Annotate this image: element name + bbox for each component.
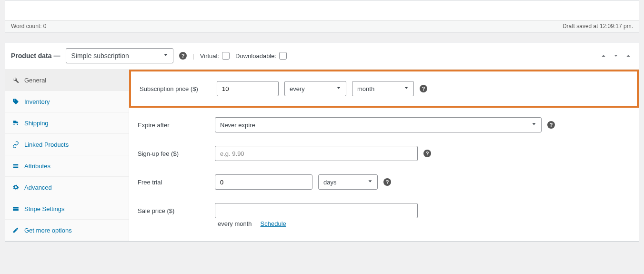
product-type-value: Simple subscription	[71, 52, 129, 60]
chevron-down-icon	[367, 178, 373, 186]
tag-icon	[12, 98, 20, 105]
help-icon[interactable]: ?	[547, 121, 555, 129]
subscription-price-row: Subscription price ($) every month ?	[138, 80, 630, 97]
draft-saved: Draft saved at 12:09:17 pm.	[562, 20, 634, 32]
signup-fee-row: Sign-up fee ($) ?	[129, 139, 639, 168]
signup-fee-label: Sign-up fee ($)	[138, 150, 209, 157]
link-icon	[12, 141, 20, 148]
help-icon[interactable]: ?	[423, 150, 431, 157]
list-icon	[12, 162, 20, 170]
panel-handle-controls	[599, 51, 633, 61]
tab-stripe-settings[interactable]: Stripe Settings	[5, 198, 129, 220]
product-data-panel: Product data — Simple subscription ? | V…	[5, 42, 639, 242]
tab-inventory[interactable]: Inventory	[5, 91, 129, 112]
gear-icon	[12, 183, 20, 191]
subscription-period-value: month	[357, 85, 374, 92]
tab-label: Inventory	[24, 98, 50, 105]
editor-status-bar: Word count: 0 Draft saved at 12:09:17 pm…	[5, 20, 639, 32]
sale-price-period: every month	[218, 220, 252, 227]
expire-after-value: Never expire	[220, 122, 255, 129]
product-data-header: Product data — Simple subscription ? | V…	[5, 42, 639, 69]
free-trial-label: Free trial	[138, 179, 209, 186]
toggle-panel-icon[interactable]	[624, 51, 633, 61]
downloadable-label: Downloadable:	[235, 52, 276, 60]
downloadable-checkbox[interactable]	[279, 52, 287, 60]
subscription-price-input[interactable]	[217, 81, 279, 96]
separator: |	[192, 52, 194, 60]
chevron-down-icon	[531, 121, 537, 129]
sale-price-label: Sale price ($)	[138, 207, 209, 214]
free-trial-unit-select[interactable]: days	[318, 174, 378, 190]
tab-attributes[interactable]: Attributes	[5, 155, 129, 177]
card-icon	[12, 205, 20, 213]
edit-icon	[12, 226, 20, 234]
sale-price-input[interactable]	[215, 203, 418, 218]
help-icon[interactable]: ?	[420, 85, 427, 92]
wrench-icon	[12, 76, 20, 84]
tab-label: Shipping	[24, 120, 49, 127]
tab-shipping[interactable]: Shipping	[5, 112, 129, 134]
tab-label: Stripe Settings	[24, 205, 65, 213]
subscription-price-label: Subscription price ($)	[140, 85, 211, 92]
tab-label: Get more options	[24, 227, 72, 234]
downloadable-option[interactable]: Downloadable:	[235, 52, 287, 60]
tab-label: Linked Products	[24, 141, 69, 148]
expire-after-label: Expire after	[138, 122, 209, 129]
subscription-period-select[interactable]: month	[352, 81, 414, 96]
schedule-link[interactable]: Schedule	[261, 220, 286, 227]
chevron-down-icon	[162, 52, 169, 60]
virtual-checkbox[interactable]	[222, 52, 230, 60]
free-trial-input[interactable]	[215, 174, 312, 190]
truck-icon	[12, 119, 20, 127]
subscription-interval-value: every	[290, 85, 305, 92]
product-data-body: General Inventory Shipping Linked Produc…	[5, 69, 639, 241]
subscription-price-highlight: Subscription price ($) every month ?	[129, 70, 639, 108]
virtual-label: Virtual:	[200, 52, 219, 60]
tab-advanced[interactable]: Advanced	[5, 177, 129, 198]
tab-label: Attributes	[24, 162, 50, 170]
tab-label: Advanced	[24, 184, 52, 191]
expire-after-select[interactable]: Never expire	[215, 117, 542, 132]
product-data-content: Subscription price ($) every month ? Exp…	[129, 70, 639, 241]
free-trial-row: Free trial days ?	[129, 168, 639, 196]
editor-box: Word count: 0 Draft saved at 12:09:17 pm…	[5, 0, 639, 32]
chevron-down-icon	[335, 85, 342, 93]
help-icon[interactable]: ?	[383, 178, 391, 186]
tab-label: General	[24, 77, 46, 84]
free-trial-unit-value: days	[323, 179, 336, 186]
word-count: Word count: 0	[10, 20, 47, 32]
expire-after-row: Expire after Never expire ?	[129, 111, 639, 139]
sale-price-row: Sale price ($)	[129, 196, 639, 220]
tab-linked-products[interactable]: Linked Products	[5, 134, 129, 155]
virtual-option[interactable]: Virtual:	[200, 52, 230, 60]
subscription-interval-select[interactable]: every	[284, 81, 346, 96]
product-type-select[interactable]: Simple subscription	[66, 48, 173, 63]
signup-fee-input[interactable]	[215, 146, 418, 161]
help-icon[interactable]: ?	[179, 52, 187, 60]
move-down-icon[interactable]	[611, 51, 621, 61]
tab-general[interactable]: General	[5, 70, 129, 91]
chevron-down-icon	[403, 85, 410, 93]
panel-title: Product data —	[11, 52, 60, 60]
sale-price-meta: every month Schedule	[129, 220, 639, 234]
tab-get-more-options[interactable]: Get more options	[5, 220, 129, 241]
move-up-icon[interactable]	[599, 51, 608, 61]
product-data-tabs: General Inventory Shipping Linked Produc…	[5, 70, 129, 241]
